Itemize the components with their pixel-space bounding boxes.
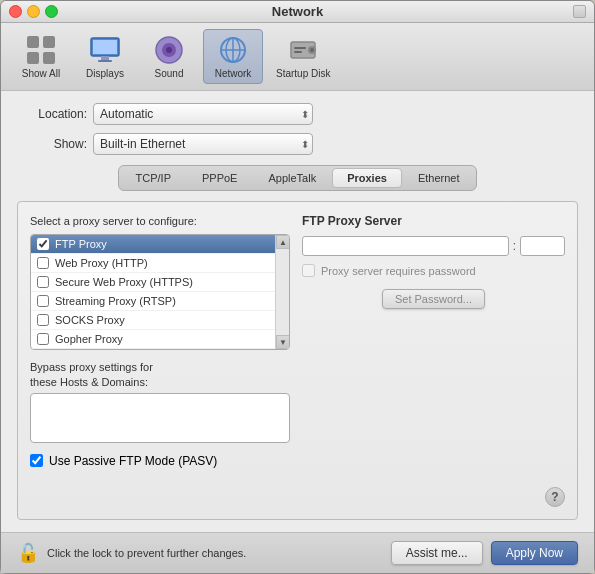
sound-icon — [153, 34, 185, 66]
proxy-streaming-checkbox[interactable] — [37, 295, 49, 307]
passive-ftp-label: Use Passive FTP Mode (PASV) — [49, 454, 217, 468]
show-select-wrapper: Built-in Ethernet ⬍ — [93, 133, 313, 155]
svg-rect-0 — [27, 36, 39, 48]
svg-rect-2 — [27, 52, 39, 64]
proxy-item-web[interactable]: Web Proxy (HTTP) — [31, 254, 289, 273]
svg-point-17 — [310, 48, 314, 52]
bypass-label1: Bypass proxy settings for these Hosts & … — [30, 360, 290, 389]
toolbar: Show All Displays Sound — [1, 23, 594, 91]
svg-rect-19 — [294, 51, 302, 53]
minimize-button[interactable] — [27, 5, 40, 18]
location-select-wrapper: Automatic ⬍ — [93, 103, 313, 125]
bypass-textarea[interactable] — [30, 393, 290, 443]
show-select[interactable]: Built-in Ethernet — [93, 133, 313, 155]
titlebar: Network — [1, 1, 594, 23]
proxy-select-title: Select a proxy server to configure: — [30, 214, 290, 228]
proxy-gopher-checkbox[interactable] — [37, 333, 49, 345]
proxy-list-scrollbar[interactable]: ▲ ▼ — [275, 235, 289, 349]
svg-rect-3 — [43, 52, 55, 64]
password-check-row: Proxy server requires password — [302, 264, 565, 277]
proxy-gopher-label: Gopher Proxy — [55, 333, 123, 345]
svg-point-10 — [166, 47, 172, 53]
svg-rect-6 — [101, 56, 109, 60]
window: Network Show All — [0, 0, 595, 574]
tab-ethernet[interactable]: Ethernet — [403, 168, 475, 188]
set-password-button[interactable]: Set Password... — [382, 289, 485, 309]
tab-tcpip[interactable]: TCP/IP — [121, 168, 186, 188]
proxy-streaming-label: Streaming Proxy (RTSP) — [55, 295, 176, 307]
maximize-button[interactable] — [45, 5, 58, 18]
ftp-port-input[interactable] — [520, 236, 565, 256]
tab-pppoe[interactable]: PPPoE — [187, 168, 252, 188]
location-select[interactable]: Automatic — [93, 103, 313, 125]
help-container: ? — [302, 487, 565, 507]
scrollbar-track — [276, 249, 289, 335]
traffic-lights — [9, 5, 58, 18]
bypass-section: Bypass proxy settings for these Hosts & … — [30, 360, 290, 446]
proxy-socks-checkbox[interactable] — [37, 314, 49, 326]
toolbar-displays[interactable]: Displays — [75, 29, 135, 84]
passive-ftp-row: Use Passive FTP Mode (PASV) — [30, 454, 290, 468]
toolbar-show-all[interactable]: Show All — [11, 29, 71, 84]
set-password-container: Set Password... — [302, 289, 565, 309]
svg-rect-1 — [43, 36, 55, 48]
proxy-socks-label: SOCKS Proxy — [55, 314, 125, 326]
proxy-list-container: FTP Proxy Web Proxy (HTTP) Secure Web Pr… — [30, 234, 290, 350]
network-icon — [217, 34, 249, 66]
ftp-server-input[interactable] — [302, 236, 509, 256]
proxy-item-ftp[interactable]: FTP Proxy — [31, 235, 289, 254]
proxy-item-streaming[interactable]: Streaming Proxy (RTSP) — [31, 292, 289, 311]
displays-label: Displays — [86, 68, 124, 79]
passive-ftp-checkbox[interactable] — [30, 454, 43, 467]
main-panel: Select a proxy server to configure: FTP … — [17, 201, 578, 520]
tabs: TCP/IP PPPoE AppleTalk Proxies Ethernet — [118, 165, 478, 191]
proxy-web-label: Web Proxy (HTTP) — [55, 257, 148, 269]
tab-appletalk[interactable]: AppleTalk — [253, 168, 331, 188]
location-label: Location: — [17, 107, 87, 121]
startup-disk-label: Startup Disk — [276, 68, 330, 79]
toolbar-network[interactable]: Network — [203, 29, 263, 84]
tabs-container: TCP/IP PPPoE AppleTalk Proxies Ethernet — [17, 165, 578, 191]
toolbar-startup-disk[interactable]: Startup Disk — [267, 29, 339, 84]
scrollbar-up[interactable]: ▲ — [276, 235, 290, 249]
show-all-icon — [25, 34, 57, 66]
lock-text: Click the lock to prevent further change… — [47, 547, 383, 559]
requires-password-checkbox[interactable] — [302, 264, 315, 277]
colon-separator: : — [513, 239, 516, 253]
help-button[interactable]: ? — [545, 487, 565, 507]
displays-icon — [89, 34, 121, 66]
resize-button[interactable] — [573, 5, 586, 18]
toolbar-sound[interactable]: Sound — [139, 29, 199, 84]
show-label: Show: — [17, 137, 87, 151]
lock-icon[interactable]: 🔓 — [17, 542, 39, 564]
proxy-secure-web-checkbox[interactable] — [37, 276, 49, 288]
sound-label: Sound — [155, 68, 184, 79]
svg-rect-5 — [93, 40, 117, 54]
window-title: Network — [272, 4, 323, 19]
close-button[interactable] — [9, 5, 22, 18]
ftp-server-row: : — [302, 236, 565, 256]
proxy-left-panel: Select a proxy server to configure: FTP … — [30, 214, 290, 507]
startup-disk-icon — [287, 34, 319, 66]
proxy-ftp-label: FTP Proxy — [55, 238, 107, 250]
svg-rect-7 — [98, 60, 112, 62]
proxy-item-gopher[interactable]: Gopher Proxy — [31, 330, 289, 349]
bottom-bar: 🔓 Click the lock to prevent further chan… — [1, 532, 594, 573]
location-row: Location: Automatic ⬍ — [17, 103, 578, 125]
proxy-list: FTP Proxy Web Proxy (HTTP) Secure Web Pr… — [31, 235, 289, 349]
content-area: Location: Automatic ⬍ Show: Built-in Eth… — [1, 91, 594, 532]
svg-rect-18 — [294, 47, 306, 49]
proxy-secure-web-label: Secure Web Proxy (HTTPS) — [55, 276, 193, 288]
proxy-item-secure-web[interactable]: Secure Web Proxy (HTTPS) — [31, 273, 289, 292]
ftp-server-title: FTP Proxy Server — [302, 214, 565, 228]
tab-proxies[interactable]: Proxies — [332, 168, 402, 188]
proxy-web-checkbox[interactable] — [37, 257, 49, 269]
show-all-label: Show All — [22, 68, 60, 79]
apply-button[interactable]: Apply Now — [491, 541, 578, 565]
network-label: Network — [215, 68, 252, 79]
assist-button[interactable]: Assist me... — [391, 541, 483, 565]
requires-password-label: Proxy server requires password — [321, 265, 476, 277]
proxy-ftp-checkbox[interactable] — [37, 238, 49, 250]
scrollbar-down[interactable]: ▼ — [276, 335, 290, 349]
proxy-item-socks[interactable]: SOCKS Proxy — [31, 311, 289, 330]
